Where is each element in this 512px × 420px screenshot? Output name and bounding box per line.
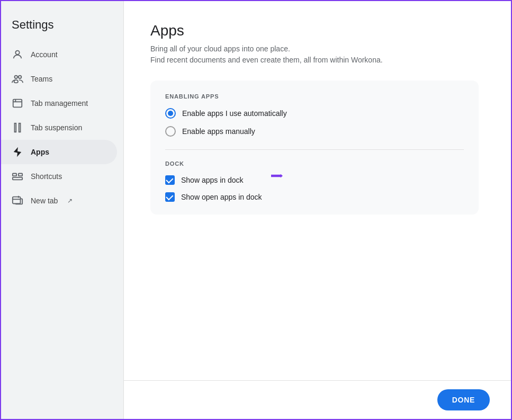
svg-rect-3 bbox=[13, 100, 22, 108]
sidebar-item-apps[interactable]: Apps bbox=[1, 140, 117, 164]
account-icon bbox=[12, 49, 23, 60]
svg-point-0 bbox=[15, 51, 19, 55]
section-divider bbox=[165, 149, 464, 150]
tab-suspension-icon bbox=[12, 122, 23, 133]
settings-card: ENABLING APPS Enable apps I use automati… bbox=[150, 81, 479, 215]
svg-rect-8 bbox=[13, 177, 22, 180]
sidebar: Settings Account Teams bbox=[1, 1, 124, 419]
sidebar-item-label-tab-suspension: Tab suspension bbox=[31, 123, 82, 132]
sidebar-item-label-shortcuts: Shortcuts bbox=[31, 172, 62, 181]
svg-rect-9 bbox=[13, 197, 21, 204]
checkbox-box-show-apps bbox=[165, 175, 175, 185]
radio-circle-auto bbox=[165, 108, 176, 119]
new-tab-icon bbox=[12, 195, 23, 207]
sidebar-item-label-new-tab: New tab bbox=[31, 196, 58, 205]
checkbox-label-show-apps: Show apps in dock bbox=[181, 176, 244, 184]
sidebar-item-label-apps: Apps bbox=[31, 148, 49, 156]
svg-rect-4 bbox=[15, 123, 16, 132]
sidebar-item-shortcuts[interactable]: Shortcuts bbox=[1, 164, 117, 189]
radio-option-manual[interactable]: Enable apps manually bbox=[165, 126, 464, 137]
page-description: Bring all of your cloud apps into one pl… bbox=[150, 43, 484, 66]
sidebar-item-tab-suspension[interactable]: Tab suspension bbox=[1, 115, 117, 140]
main-content-area: Apps Bring all of your cloud apps into o… bbox=[124, 1, 511, 419]
external-link-icon: ↗ bbox=[67, 197, 73, 204]
apps-icon bbox=[12, 146, 23, 158]
svg-point-2 bbox=[19, 76, 22, 79]
page-title: Apps bbox=[150, 22, 484, 39]
sidebar-item-account[interactable]: Account bbox=[1, 42, 117, 67]
main-scrollable: Apps Bring all of your cloud apps into o… bbox=[124, 1, 511, 380]
sidebar-item-label-teams: Teams bbox=[31, 75, 52, 83]
checkbox-label-show-open-apps: Show open apps in dock bbox=[181, 193, 262, 201]
sidebar-item-label-account: Account bbox=[31, 50, 58, 59]
done-button[interactable]: DONE bbox=[437, 389, 490, 410]
radio-circle-manual bbox=[165, 126, 176, 137]
svg-rect-7 bbox=[19, 174, 22, 176]
checkbox-group-dock: Show apps in dock Show open apps in dock bbox=[165, 175, 464, 202]
page-description-line2: Find recent documents and even create th… bbox=[150, 56, 383, 64]
radio-option-auto[interactable]: Enable apps I use automatically bbox=[165, 108, 464, 119]
dock-label: DOCK bbox=[165, 160, 464, 167]
radio-label-manual: Enable apps manually bbox=[182, 127, 255, 136]
settings-title: Settings bbox=[1, 12, 123, 42]
shortcuts-icon bbox=[12, 171, 23, 182]
page-description-line1: Bring all of your cloud apps into one pl… bbox=[150, 44, 290, 53]
enabling-apps-label: ENABLING APPS bbox=[165, 93, 464, 100]
svg-point-1 bbox=[15, 76, 18, 79]
sidebar-item-tab-management[interactable]: Tab management bbox=[1, 91, 117, 115]
radio-group-enabling-apps: Enable apps I use automatically Enable a… bbox=[165, 108, 464, 137]
radio-label-auto: Enable apps I use automatically bbox=[182, 109, 287, 118]
sidebar-item-teams[interactable]: Teams bbox=[1, 67, 117, 91]
sidebar-item-label-tab-management: Tab management bbox=[31, 99, 88, 108]
teams-icon bbox=[12, 73, 23, 85]
svg-rect-6 bbox=[13, 174, 16, 176]
checkbox-box-show-open-apps bbox=[165, 192, 175, 202]
checkbox-show-open-apps-dock[interactable]: Show open apps in dock bbox=[165, 192, 464, 202]
main-footer: DONE bbox=[124, 380, 511, 419]
svg-rect-5 bbox=[19, 123, 21, 132]
sidebar-item-new-tab[interactable]: New tab ↗ bbox=[1, 189, 117, 213]
checkbox-show-apps-dock[interactable]: Show apps in dock bbox=[165, 175, 464, 185]
tab-management-icon bbox=[12, 97, 23, 109]
